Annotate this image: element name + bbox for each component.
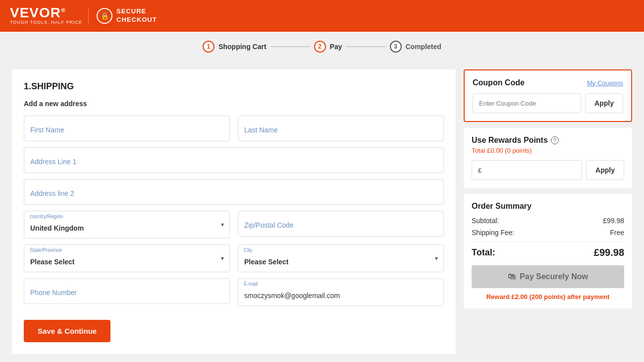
city-select[interactable]: Please Select [238, 244, 444, 272]
phone-field [24, 278, 230, 306]
step-1-label: Shopping Cart [218, 43, 266, 51]
checkout-stepper: 1 Shopping Cart 2 Pay 3 Completed [0, 32, 644, 61]
reward-note: Reward £2.00 (200 points) after payment [472, 293, 624, 301]
zip-input[interactable] [238, 211, 444, 237]
shipping-value: Free [610, 229, 624, 237]
step-2-label: Pay [330, 43, 342, 51]
help-icon[interactable]: ? [551, 136, 559, 144]
main-content: 1.SHIPPING Add a new address country/Reg… [0, 61, 644, 362]
step-2: 2 Pay [314, 41, 342, 53]
secure-checkout-text: SECURE CHECKOUT [116, 7, 157, 24]
coupon-code-input[interactable] [473, 93, 581, 113]
rewards-title: Use Rewards Points [472, 136, 548, 145]
subtotal-value: £99.98 [603, 217, 624, 225]
shipping-section-title: 1.SHIPPING [24, 81, 444, 92]
reward-note-prefix: Reward [486, 293, 512, 301]
email-field: E-mail [238, 278, 444, 306]
logo-registered: ® [61, 7, 66, 14]
rewards-apply-button[interactable]: Apply [586, 160, 624, 180]
rewards-amount-input[interactable] [472, 160, 582, 180]
vevor-logo: VEVOR® TOUGH TOOLS, HALF PRICE [10, 6, 82, 26]
country-zip-row: country/Region United Kingdom ▾ [24, 211, 444, 239]
save-continue-button[interactable]: Save & Continue [24, 320, 110, 342]
my-coupons-link[interactable]: My Coupons [587, 79, 623, 87]
total-label: Total: [472, 247, 495, 258]
logo-area: VEVOR® TOUGH TOOLS, HALF PRICE 🔒 SECURE … [10, 6, 157, 26]
shopping-bag-icon: 🛍 [508, 272, 516, 281]
total-row: Total: £99.98 [472, 247, 624, 258]
secure-checkout-badge: 🔒 SECURE CHECKOUT [88, 7, 157, 24]
coupon-input-row: Apply [473, 93, 623, 113]
logo-tagline: TOUGH TOOLS, HALF PRICE [10, 20, 82, 26]
last-name-input[interactable] [238, 116, 444, 141]
step-3-circle: 3 [390, 41, 402, 53]
first-name-field [24, 116, 230, 141]
first-name-input[interactable] [24, 116, 230, 141]
state-field: State/Province Please Select ▾ [24, 244, 230, 272]
coupon-apply-button[interactable]: Apply [585, 93, 623, 113]
header: VEVOR® TOUGH TOOLS, HALF PRICE 🔒 SECURE … [0, 0, 644, 32]
name-row [24, 116, 444, 141]
coupon-box: Coupon Code My Coupons Apply [464, 69, 632, 122]
zip-field [238, 211, 444, 239]
state-label: State/Province [30, 247, 62, 253]
step-3: 3 Completed [390, 41, 441, 53]
shipping-panel: 1.SHIPPING Add a new address country/Reg… [12, 69, 456, 354]
email-input[interactable] [238, 278, 444, 306]
address-line2-input[interactable] [24, 179, 444, 205]
subtotal-label: Subtotal: [472, 217, 499, 225]
order-summary: Order Summary Subtotal: £99.98 Shipping … [464, 194, 632, 308]
step-line-2 [346, 46, 386, 47]
pay-button-label: Pay Securely Now [520, 272, 588, 281]
subtotal-row: Subtotal: £99.98 [472, 217, 624, 225]
last-name-field [238, 116, 444, 141]
state-city-row: State/Province Please Select ▾ City Plea… [24, 244, 444, 272]
step-line-1 [270, 46, 310, 47]
reward-amount: £2.00 (200 points) [511, 293, 565, 301]
rewards-input-row: Apply [472, 160, 624, 180]
rewards-box: Use Rewards Points ? Total £0.00 (0 poin… [464, 128, 632, 188]
city-field: City Please Select ▾ [238, 244, 444, 272]
logo-text: VEVOR® [10, 6, 82, 20]
coupon-header: Coupon Code My Coupons [473, 78, 623, 87]
email-label: E-mail [244, 281, 258, 287]
right-panel: Coupon Code My Coupons Apply Use Rewards… [464, 69, 632, 354]
reward-note-suffix: after payment [565, 293, 609, 301]
order-summary-title: Order Summary [472, 202, 624, 211]
pay-securely-button[interactable]: 🛍 Pay Securely Now [472, 265, 624, 288]
country-field: country/Region United Kingdom ▾ [24, 211, 230, 239]
city-label: City [244, 247, 252, 253]
rewards-header: Use Rewards Points ? [472, 136, 624, 145]
shipping-row: Shipping Fee: Free [472, 229, 624, 237]
phone-input[interactable] [24, 278, 230, 304]
add-address-title: Add a new address [24, 100, 444, 108]
shipping-label: Shipping Fee: [472, 229, 514, 237]
country-label: country/Region [30, 214, 63, 219]
step-2-circle: 2 [314, 41, 326, 53]
address-line1-input[interactable] [24, 147, 444, 173]
coupon-title: Coupon Code [473, 78, 525, 87]
step-1: 1 Shopping Cart [203, 41, 266, 53]
step-1-circle: 1 [203, 41, 215, 53]
total-value: £99.98 [594, 247, 624, 258]
order-divider [472, 241, 624, 242]
rewards-total: Total £0.00 (0 points) [472, 147, 624, 154]
step-3-label: Completed [406, 43, 441, 51]
phone-email-row: E-mail [24, 278, 444, 306]
lock-icon: 🔒 [97, 8, 112, 24]
